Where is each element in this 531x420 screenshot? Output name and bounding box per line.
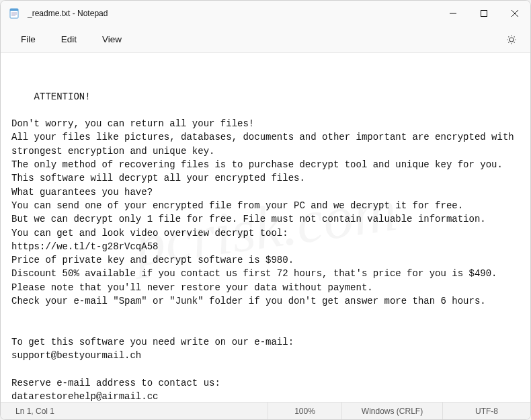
window-controls <box>438 1 530 26</box>
status-position-text: Ln 1, Col 1 <box>15 407 54 416</box>
close-button[interactable] <box>499 1 530 26</box>
notepad-icon <box>9 8 19 19</box>
status-line-ending[interactable]: Windows (CRLF) <box>342 403 443 419</box>
status-encoding[interactable]: UTF-8 <box>443 403 530 419</box>
gear-icon <box>506 34 517 45</box>
status-zoom[interactable]: 100% <box>268 403 342 419</box>
svg-rect-1 <box>10 9 18 11</box>
notepad-window: _readme.txt - Notepad File Edit View pcr… <box>0 0 531 420</box>
minimize-button[interactable] <box>438 1 468 26</box>
menu-view[interactable]: View <box>90 30 134 48</box>
svg-rect-6 <box>481 10 487 16</box>
text-area[interactable]: pcrisk.com ATTENTION! Don't worry, you c… <box>1 53 530 402</box>
menu-file[interactable]: File <box>9 30 48 48</box>
document-text: ATTENTION! Don't worry, you can return a… <box>11 91 520 402</box>
window-title: _readme.txt - Notepad <box>28 9 108 18</box>
maximize-button[interactable] <box>468 1 499 26</box>
menu-edit[interactable]: Edit <box>49 30 89 48</box>
menubar: File Edit View <box>1 26 530 53</box>
statusbar: Ln 1, Col 1 100% Windows (CRLF) UTF-8 <box>1 402 530 419</box>
status-cursor-position: Ln 1, Col 1 <box>1 403 268 419</box>
titlebar[interactable]: _readme.txt - Notepad <box>1 1 530 26</box>
settings-button[interactable] <box>501 29 522 50</box>
